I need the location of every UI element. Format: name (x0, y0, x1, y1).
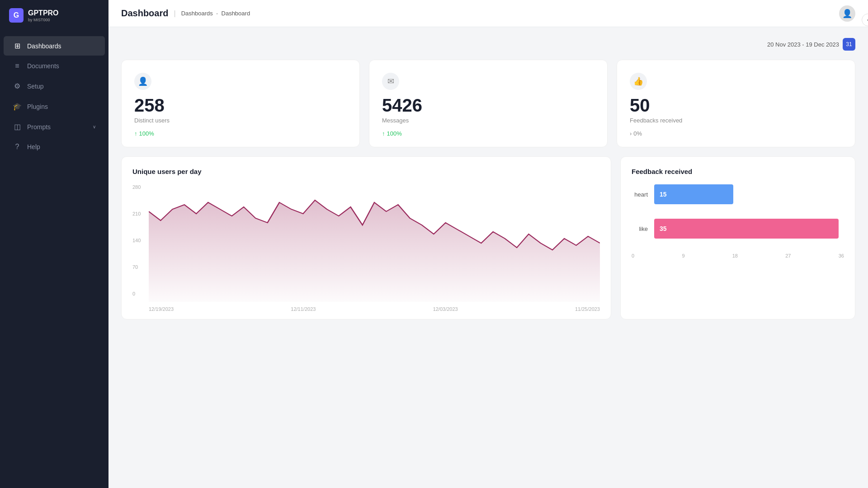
sidebar-item-label: Help (27, 143, 96, 150)
bar-value-heart: 15 (660, 191, 667, 198)
users-change-value: 100% (139, 130, 154, 137)
sidebar: G GPTPRO by MIST000 ‹ ⊞ Dashboards ≡ Doc… (0, 0, 108, 488)
stat-card-messages: ✉ 5426 Messages ↑ 100% (369, 60, 608, 147)
bar-row-heart: heart 15 (632, 184, 844, 204)
charts-row: Unique users per day 280 210 140 70 0 (121, 156, 855, 319)
users-icon: 👤 (134, 73, 151, 90)
calendar-icon[interactable]: 31 (843, 38, 855, 51)
plugins-icon: 🎓 (13, 102, 22, 111)
line-chart-wrap: 280 210 140 70 0 (132, 184, 600, 312)
logo-subtext: by MIST000 (28, 18, 59, 22)
sidebar-item-setup[interactable]: ⚙ Setup (4, 76, 105, 96)
stat-cards: 👤 258 Distinct users ↑ 100% ✉ 5426 Messa… (121, 60, 855, 147)
dashboards-icon: ⊞ (13, 42, 22, 50)
breadcrumb: Dashboards - Dashboard (181, 10, 250, 17)
sidebar-item-label: Setup (27, 83, 96, 90)
page-title: Dashboard (121, 8, 168, 19)
line-chart-area (149, 200, 600, 302)
messages-value: 5426 (382, 96, 594, 114)
bar-value-like: 35 (660, 225, 667, 232)
setup-icon: ⚙ (13, 82, 22, 90)
bar-label-heart: heart (632, 191, 648, 198)
help-icon: ? (13, 143, 22, 151)
feedbacks-change-value: 0% (633, 130, 642, 137)
prompts-icon: ◫ (13, 122, 22, 131)
line-chart-title: Unique users per day (132, 168, 600, 175)
sidebar-item-prompts[interactable]: ◫ Prompts ∨ (4, 117, 105, 136)
users-value: 258 (134, 96, 347, 114)
bar-label-like: like (632, 225, 648, 232)
bar-inner-heart: 15 (654, 184, 733, 204)
date-range: 20 Nov 2023 - 19 Dec 2023 31 (121, 38, 855, 51)
prompts-chevron: ∨ (93, 124, 96, 129)
bar-chart-wrap: heart 15 like 35 (632, 184, 844, 258)
dashboard-content: 20 Nov 2023 - 19 Dec 2023 31 👤 258 Disti… (108, 27, 868, 488)
bar-outer-heart: 15 (654, 184, 844, 204)
sidebar-item-label: Prompts (27, 123, 87, 131)
line-chart-card: Unique users per day 280 210 140 70 0 (121, 156, 611, 319)
feedbacks-icon: 👍 (630, 73, 647, 90)
sidebar-item-plugins[interactable]: 🎓 Plugins (4, 97, 105, 116)
messages-change-value: 100% (387, 130, 402, 137)
sidebar-item-help[interactable]: ? Help (4, 137, 105, 156)
main-content: Dashboard | Dashboards - Dashboard 👤 20 … (108, 0, 868, 488)
line-chart-xaxis: 12/19/2023 12/11/2023 12/03/2023 11/25/2… (149, 306, 600, 312)
feedbacks-change-icon: › (630, 130, 632, 137)
bar-chart-title: Feedback received (632, 168, 844, 175)
bar-chart-card: Feedback received heart 15 like (620, 156, 855, 319)
sidebar-item-dashboards[interactable]: ⊞ Dashboards (4, 36, 105, 56)
feedbacks-label: Feedbacks received (630, 117, 842, 124)
user-avatar[interactable]: 👤 (839, 5, 855, 22)
logo: G GPTPRO by MIST000 (0, 0, 108, 31)
stat-card-feedbacks: 👍 50 Feedbacks received › 0% (617, 60, 855, 147)
documents-icon: ≡ (13, 62, 22, 70)
feedbacks-change: › 0% (630, 130, 842, 137)
header: Dashboard | Dashboards - Dashboard 👤 (108, 0, 868, 27)
bar-outer-like: 35 (654, 219, 844, 239)
line-chart-svg-element (149, 184, 600, 302)
users-change: ↑ 100% (134, 130, 347, 137)
line-chart-yaxis: 280 210 140 70 0 (132, 184, 141, 298)
logo-text: GPTPRO (28, 9, 59, 17)
bar-inner-like: 35 (654, 219, 839, 239)
bar-row-like: like 35 (632, 219, 844, 239)
users-change-icon: ↑ (134, 130, 137, 137)
line-chart-svg (149, 184, 600, 304)
bar-chart-xaxis: 0 9 18 27 36 (632, 253, 844, 258)
logo-icon: G (9, 8, 24, 23)
header-separator: | (174, 9, 175, 18)
sidebar-item-label: Documents (27, 62, 96, 70)
users-label: Distinct users (134, 117, 347, 124)
sidebar-item-documents[interactable]: ≡ Documents (4, 56, 105, 75)
feedbacks-value: 50 (630, 96, 842, 114)
sidebar-nav: ⊞ Dashboards ≡ Documents ⚙ Setup 🎓 Plugi… (0, 31, 108, 488)
messages-change-icon: ↑ (382, 130, 385, 137)
date-range-label: 20 Nov 2023 - 19 Dec 2023 (767, 41, 839, 48)
sidebar-item-label: Dashboards (27, 42, 96, 50)
stat-card-users: 👤 258 Distinct users ↑ 100% (121, 60, 360, 147)
messages-label: Messages (382, 117, 594, 124)
messages-change: ↑ 100% (382, 130, 594, 137)
messages-icon: ✉ (382, 73, 399, 90)
sidebar-item-label: Plugins (27, 103, 96, 110)
